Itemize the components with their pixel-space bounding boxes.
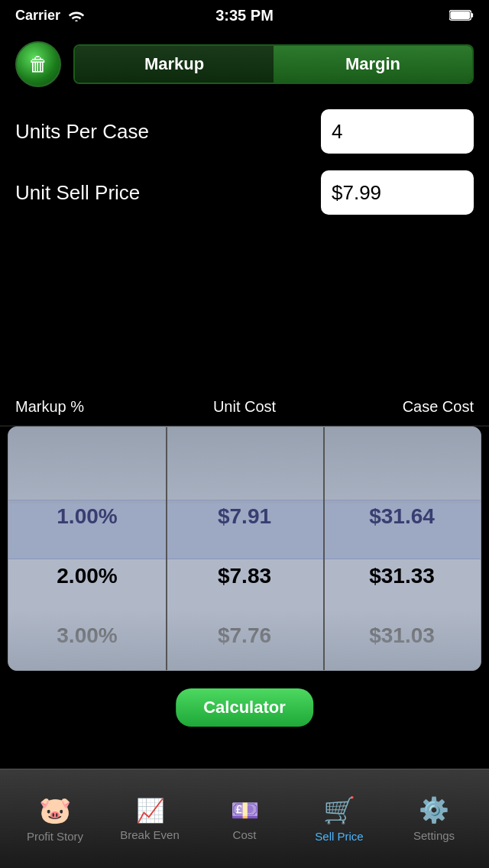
markup-pct-header: Markup % [15,398,168,416]
picker-row-empty [8,427,481,487]
units-per-case-row: Units Per Case [15,105,474,157]
unit-sell-price-label: Unit Sell Price [15,181,321,205]
status-right [449,9,474,21]
case-cost-header: Case Cost [321,398,474,416]
tab-break-even-label: Break Even [120,828,180,841]
cart-icon: 🛒 [323,795,355,825]
black-spacer [0,243,489,388]
tab-break-even[interactable]: 📈 Break Even [102,789,197,849]
unit-sell-price-input[interactable] [321,170,474,215]
pig-icon: 🐷 [39,795,71,825]
picker-cell-2-1: $7.76 [166,623,323,648]
margin-segment[interactable]: Margin [274,46,472,83]
status-time: 3:35 PM [215,7,274,24]
tab-sell-price-label: Sell Price [315,830,363,843]
tab-settings[interactable]: ⚙️ Settings [387,788,481,850]
column-headers: Markup % Unit Cost Case Cost [0,388,489,426]
tab-settings-label: Settings [413,829,455,842]
svg-rect-3 [450,11,470,19]
picker-container[interactable]: 1.00% $7.91 $31.64 2.00% $7.83 $31.33 3.… [8,426,481,671]
tab-cost-label: Cost [233,828,257,841]
units-per-case-label: Units Per Case [15,120,321,144]
top-controls: 🗑 Markup Margin [0,31,489,98]
markup-segment[interactable]: Markup [75,46,274,83]
picker-cell-1-1: $7.83 [166,564,323,588]
tab-sell-price[interactable]: 🛒 Sell Price [292,787,387,850]
chart-icon: 📈 [136,797,164,824]
picker-cell-1-2: $31.33 [323,564,481,588]
status-bar: Carrier 3:35 PM [0,0,489,31]
unit-sell-price-row: Unit Sell Price [15,167,474,219]
picker-selection-highlight [8,500,481,559]
picker-cell-2-0: 3.00% [8,623,166,648]
wifi-icon [68,9,85,21]
trash-icon: 🗑 [28,53,48,76]
picker-cell-1-0: 2.00% [8,564,166,588]
markup-label: Markup [144,54,204,74]
svg-rect-2 [471,13,473,17]
picker-cell-2-2: $31.03 [323,623,481,648]
tab-profit-story-label: Profit Story [27,830,83,843]
tab-bar: 🐷 Profit Story 📈 Break Even 💷 Cost 🛒 Sel… [0,769,489,868]
status-left: Carrier [15,8,85,24]
svg-point-0 [75,20,78,21]
calculator-button[interactable]: Calculator [176,688,313,727]
inputs-section: Units Per Case Unit Sell Price [0,98,489,243]
battery-icon [449,9,474,21]
units-per-case-input[interactable] [321,109,474,154]
trash-button[interactable]: 🗑 [15,41,61,87]
tab-profit-story[interactable]: 🐷 Profit Story [8,787,102,850]
carrier-label: Carrier [15,8,60,24]
picker-row-2[interactable]: 3.00% $7.76 $31.03 [8,606,481,666]
margin-label: Margin [345,54,400,74]
tab-cost[interactable]: 💷 Cost [197,789,292,849]
segment-control: Markup Margin [73,44,474,84]
gear-icon: ⚙️ [419,795,449,824]
unit-cost-header: Unit Cost [168,398,321,416]
cost-icon: 💷 [231,797,259,824]
